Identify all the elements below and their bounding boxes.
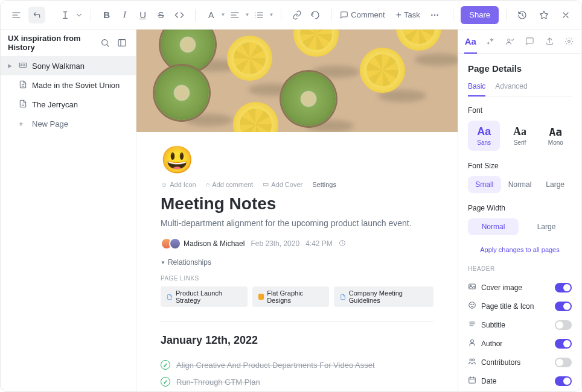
task-row[interactable]: Align Creative And Product Departments F…: [161, 356, 433, 373]
svg-point-3: [102, 40, 107, 45]
sidebar-item-0[interactable]: ▶ Sony Walkman: [1, 56, 136, 75]
add-cover-button[interactable]: ▭Add Cover: [263, 180, 302, 188]
page-link-chip[interactable]: Flat Graphic Designs: [252, 286, 329, 307]
svg-point-14: [471, 304, 472, 305]
sidebar-item-2[interactable]: The Jerrycan: [1, 95, 136, 114]
svg-point-10: [568, 40, 571, 43]
toggle[interactable]: [555, 302, 572, 311]
header-setting-row: Cover image: [468, 278, 572, 297]
row-label: Page title & Icon: [481, 302, 550, 311]
sidebar-item-label: Sony Walkman: [32, 62, 85, 71]
details-tab-export[interactable]: [540, 30, 560, 53]
page-link-chip[interactable]: Product Launch Strategy: [161, 286, 248, 307]
add-icon-button[interactable]: ☺Add Icon: [161, 181, 196, 188]
toggle[interactable]: [555, 283, 572, 292]
code-icon[interactable]: [171, 7, 188, 24]
task-checkbox[interactable]: [161, 360, 170, 370]
history-icon[interactable]: [514, 7, 531, 24]
task-row[interactable]: Review Copy Snippet With All Stakeholder…: [161, 390, 433, 391]
new-page-label: New Page: [32, 119, 68, 128]
header-setting-row: Subtitle: [468, 315, 572, 334]
font-size-label: Font Size: [468, 162, 572, 170]
collapse-icon[interactable]: [115, 36, 129, 49]
svg-rect-5: [19, 63, 27, 67]
task-checkbox[interactable]: [161, 377, 170, 387]
svg-rect-19: [469, 378, 476, 383]
apply-all-link[interactable]: Apply changes to all pages: [468, 246, 572, 253]
svg-point-18: [473, 359, 475, 361]
task-button[interactable]: +Task: [391, 7, 425, 24]
doc-icon: [19, 100, 27, 110]
page-links-label: PAGE LINKS: [161, 275, 433, 282]
sidebar-title: UX inspiration from History: [8, 34, 95, 52]
row-icon: [468, 320, 476, 330]
settings-button[interactable]: Settings: [312, 181, 336, 188]
details-tab-settings[interactable]: [559, 30, 579, 53]
menu-icon[interactable]: [8, 7, 25, 24]
comment-button[interactable]: Comment: [335, 7, 389, 24]
row-label: Author: [481, 340, 550, 348]
page-icon: [19, 61, 27, 71]
tab-advanced[interactable]: Advanced: [495, 82, 527, 96]
toggle[interactable]: [555, 358, 572, 367]
sidebar-item-1[interactable]: Made in the Soviet Union: [1, 75, 136, 95]
sidebar-item-label: Made in the Soviet Union: [32, 81, 120, 90]
details-tab-text[interactable]: Aa: [461, 30, 481, 53]
width-large[interactable]: Large: [521, 218, 572, 235]
font-serif[interactable]: AaSerif: [504, 121, 536, 151]
close-icon[interactable]: [557, 7, 574, 24]
toggle[interactable]: [555, 320, 572, 330]
italic-icon[interactable]: I: [117, 7, 133, 24]
link-icon[interactable]: [289, 7, 305, 24]
underline-icon[interactable]: U: [135, 7, 152, 24]
details-tab-magic[interactable]: [481, 30, 500, 53]
details-tab-comments[interactable]: [520, 30, 540, 53]
more-icon[interactable]: [426, 7, 443, 24]
size-small[interactable]: Small: [468, 176, 501, 193]
align-icon[interactable]: [226, 7, 243, 24]
toggle[interactable]: [555, 376, 572, 386]
add-comment-button[interactable]: ○Add comment: [206, 181, 254, 188]
size-normal[interactable]: Normal: [504, 176, 537, 193]
search-icon[interactable]: [98, 36, 112, 49]
details-panel: Aa Page Details Basic Advanced Font AaSa…: [458, 30, 581, 391]
font-mono[interactable]: AaMono: [540, 121, 572, 151]
font-label: Font: [468, 106, 572, 115]
text-color-icon[interactable]: A: [203, 7, 220, 24]
strikethrough-icon[interactable]: S: [153, 7, 170, 24]
header-setting-row: Contributors: [468, 353, 572, 371]
page-subtitle[interactable]: Multi-department alignment for the upcom…: [161, 218, 433, 228]
task-row[interactable]: Run-Through GTM Plan: [161, 373, 433, 390]
size-large[interactable]: Large: [539, 176, 572, 193]
row-label: Contributors: [481, 358, 550, 367]
row-label: Cover image: [481, 283, 550, 292]
star-icon[interactable]: [536, 7, 552, 24]
undo-icon[interactable]: [307, 7, 324, 24]
page-title[interactable]: Meeting Notes: [161, 194, 433, 213]
new-page-button[interactable]: + New Page: [1, 114, 136, 133]
tab-basic[interactable]: Basic: [468, 82, 485, 96]
page-link-chip[interactable]: Company Meeting Guidelines: [334, 286, 433, 307]
section-title[interactable]: January 12th, 2022: [161, 334, 433, 347]
details-tab-people[interactable]: [500, 30, 520, 53]
page-emoji[interactable]: 😃: [161, 144, 433, 175]
svg-point-2: [437, 14, 438, 15]
caret-icon[interactable]: ▶: [8, 63, 14, 69]
width-normal[interactable]: Normal: [468, 218, 519, 235]
row-icon: [468, 338, 476, 349]
clock-icon: [339, 239, 346, 248]
toggle[interactable]: [555, 339, 572, 349]
share-button[interactable]: Share: [461, 6, 499, 24]
author-avatars: [161, 238, 177, 250]
relationships-toggle[interactable]: ▼Relationships: [161, 258, 433, 267]
list-icon[interactable]: [251, 7, 267, 24]
chevron-down-icon[interactable]: [75, 7, 83, 24]
text-style-icon[interactable]: [57, 7, 74, 24]
bold-icon[interactable]: B: [98, 7, 115, 24]
back-icon[interactable]: [28, 7, 45, 24]
width-label: Page Width: [468, 204, 572, 212]
font-sans[interactable]: AaSans: [468, 121, 500, 151]
row-icon: [468, 301, 476, 311]
cover-image[interactable]: [136, 30, 458, 132]
toolbar: B I U S A ▼ ▼ ▼ Comment +Task Share: [1, 1, 581, 30]
